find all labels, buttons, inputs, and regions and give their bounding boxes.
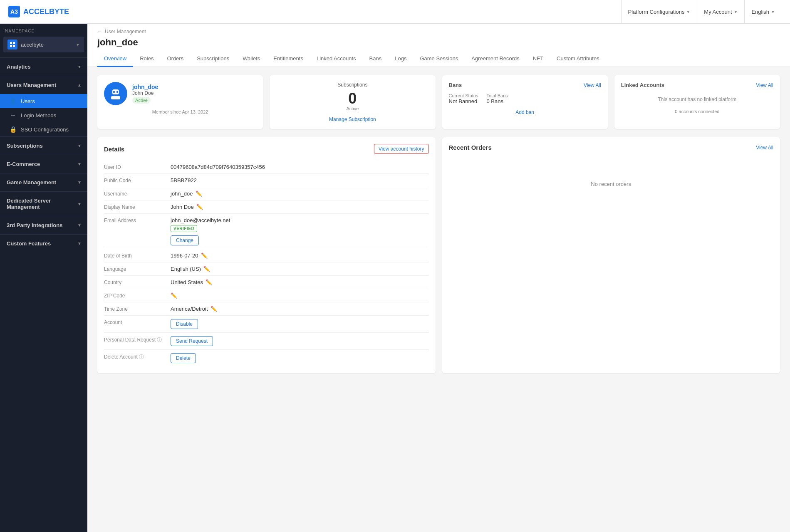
send-request-button[interactable]: Send Request [171, 336, 213, 346]
language-menu[interactable]: English ▼ [744, 0, 782, 24]
tab-wallets[interactable]: Wallets [236, 51, 267, 67]
tab-entitlements[interactable]: Entitlements [267, 51, 310, 67]
detail-row-personal-data: Personal Data Request ⓘ Send Request [104, 333, 429, 350]
bans-view-all-link[interactable]: View All [584, 82, 601, 88]
tab-bans[interactable]: Bans [363, 51, 389, 67]
label-personal-data: Personal Data Request ⓘ [104, 336, 171, 344]
label-display-name: Display Name [104, 204, 171, 210]
subscriptions-count: 0 [276, 91, 428, 106]
edit-language-icon[interactable]: ✏️ [203, 266, 210, 272]
detail-row-delete-account: Delete Account ⓘ Delete [104, 350, 429, 366]
sidebar-section-users-header[interactable]: Users Management ▲ [0, 76, 87, 94]
edit-zip-icon[interactable]: ✏️ [171, 292, 177, 299]
sidebar: NAMESPACE accelbyte ▼ Analytics ▼ Users … [0, 24, 87, 532]
tab-overview[interactable]: Overview [97, 51, 133, 67]
sidebar-section-game-management: Game Management ▼ [0, 173, 87, 191]
edit-country-icon[interactable]: ✏️ [206, 279, 212, 285]
sidebar-item-login-methods[interactable]: → Login Methods [0, 108, 87, 122]
my-account-menu[interactable]: My Account ▼ [697, 0, 744, 24]
value-delete-account: Delete [171, 353, 196, 363]
sidebar-section-dedicated-header[interactable]: Dedicated Server Management ▼ [0, 192, 87, 216]
add-ban-link[interactable]: Add ban [449, 109, 601, 115]
user-name[interactable]: john_doe [132, 84, 158, 90]
sidebar-section-subscriptions: Subscriptions ▼ [0, 136, 87, 155]
edit-timezone-icon[interactable]: ✏️ [211, 306, 217, 312]
add-ban-anchor[interactable]: Add ban [515, 109, 534, 115]
sidebar-section-game-header[interactable]: Game Management ▼ [0, 173, 87, 191]
manage-subscription-link[interactable]: Manage Subscription [329, 116, 376, 122]
breadcrumb-arrow: ← [97, 29, 102, 35]
tab-subscriptions[interactable]: Subscriptions [190, 51, 236, 67]
analytics-caret: ▼ [77, 64, 82, 69]
tab-logs[interactable]: Logs [388, 51, 413, 67]
sidebar-section-subscriptions-label: Subscriptions [7, 143, 43, 149]
detail-row-public-code: Public Code 5BBBZ922 [104, 174, 429, 187]
verified-badge: VERIFIED [171, 225, 197, 232]
bans-card-title: Bans [449, 82, 462, 88]
tab-custom-attributes[interactable]: Custom Attributes [550, 51, 606, 67]
label-zip: ZIP Code [104, 292, 171, 299]
orders-view-all-link[interactable]: View All [756, 145, 773, 151]
orders-card-header: Recent Orders View All [449, 144, 774, 151]
language-caret: ▼ [771, 10, 775, 14]
value-display-name: John Doe ✏️ [171, 204, 203, 210]
sidebar-section-3rd-party: 3rd Party Integrations ▼ [0, 216, 87, 234]
label-username: Username [104, 191, 171, 197]
users-mgmt-caret: ▲ [77, 83, 82, 87]
sidebar-item-users[interactable]: 👤 Users [0, 94, 87, 108]
sidebar-section-game-label: Game Management [7, 179, 56, 186]
sidebar-section-subscriptions-header[interactable]: Subscriptions ▼ [0, 137, 87, 155]
bans-card-header: Bans View All [449, 82, 601, 88]
current-status-value: Not Banned [449, 98, 478, 104]
recent-orders-card: Recent Orders View All No recent orders [442, 137, 780, 373]
user-status-badge: Active [132, 97, 151, 104]
platform-configs-caret: ▼ [686, 10, 690, 14]
linked-accounts-card-title: Linked Accounts [621, 82, 664, 88]
sidebar-section-3rdparty-header[interactable]: 3rd Party Integrations ▼ [0, 216, 87, 234]
orders-title: Recent Orders [449, 144, 492, 151]
edit-username-icon[interactable]: ✏️ [196, 191, 202, 197]
sidebar-section-custom-header[interactable]: Custom Features ▼ [0, 235, 87, 252]
logo-icon: A3 [8, 6, 20, 17]
tab-game-sessions[interactable]: Game Sessions [413, 51, 465, 67]
3rdparty-caret: ▼ [77, 223, 82, 228]
edit-display-name-icon[interactable]: ✏️ [196, 204, 203, 210]
platform-configs-menu[interactable]: Platform Configurations ▼ [621, 0, 697, 24]
total-bans-label: Total Bans [486, 93, 508, 98]
namespace-value: accelbyte [21, 42, 72, 48]
view-account-history-button[interactable]: View account history [374, 144, 429, 154]
tab-nft[interactable]: NFT [526, 51, 550, 67]
main-content: ← User Management john_doe Overview Role… [87, 24, 790, 532]
subscriptions-summary-card: Subscriptions 0 Active Manage Subscripti… [270, 75, 435, 129]
linked-accounts-card-header: Linked Accounts View All [621, 82, 773, 88]
main-layout: NAMESPACE accelbyte ▼ Analytics ▼ Users … [0, 24, 790, 532]
tab-agreement-records[interactable]: Agreement Records [465, 51, 526, 67]
sso-icon: 🔒 [9, 126, 17, 133]
linked-accounts-view-all[interactable]: View All [756, 82, 773, 88]
tab-roles[interactable]: Roles [133, 51, 160, 67]
user-card-header: john_doe John Doe Active [104, 82, 256, 105]
bans-stats: Current Status Not Banned Total Bans 0 B… [449, 93, 601, 104]
namespace-selector[interactable]: accelbyte ▼ [3, 37, 84, 52]
detail-row-account: Account Disable [104, 316, 429, 333]
user-display-name: John Doe [132, 90, 158, 96]
total-bans-value: 0 Bans [486, 98, 508, 104]
delete-account-button[interactable]: Delete [171, 353, 196, 363]
detail-row-dob: Date of Birth 1996-07-20 ✏️ [104, 249, 429, 262]
edit-dob-icon[interactable]: ✏️ [201, 252, 208, 259]
detail-row-zip: ZIP Code ✏️ [104, 289, 429, 302]
namespace-label: NAMESPACE [0, 24, 87, 37]
breadcrumb-parent[interactable]: User Management [105, 29, 146, 35]
tab-linked-accounts[interactable]: Linked Accounts [310, 51, 363, 67]
sidebar-item-sso[interactable]: 🔒 SSO Configurations [0, 122, 87, 136]
sidebar-section-users-management: Users Management ▲ 👤 Users → Login Metho… [0, 76, 87, 136]
sidebar-section-ecommerce-header[interactable]: E-Commerce ▼ [0, 155, 87, 173]
page-body: john_doe John Doe Active Member since Ap… [87, 67, 790, 381]
sidebar-section-dedicated-server: Dedicated Server Management ▼ [0, 191, 87, 216]
tab-orders[interactable]: Orders [160, 51, 190, 67]
sidebar-section-analytics-header[interactable]: Analytics ▼ [0, 58, 87, 76]
disable-account-button[interactable]: Disable [171, 319, 198, 329]
sidebar-section-analytics: Analytics ▼ [0, 57, 87, 76]
change-email-button[interactable]: Change [171, 235, 199, 245]
my-account-caret: ▼ [734, 10, 738, 14]
